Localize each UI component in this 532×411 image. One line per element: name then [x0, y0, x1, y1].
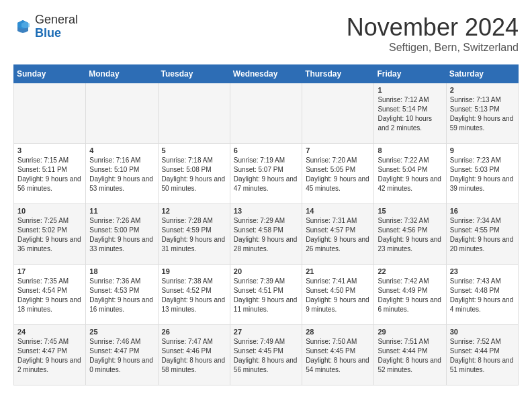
day-number: 8 — [378, 146, 442, 154]
calendar-cell: 4Sunrise: 7:16 AM Sunset: 5:10 PM Daylig… — [86, 144, 158, 204]
day-info: Sunrise: 7:28 AM Sunset: 4:59 PM Dayligh… — [162, 216, 226, 254]
calendar-cell: 7Sunrise: 7:20 AM Sunset: 5:05 PM Daylig… — [302, 144, 374, 204]
logo: General Blue — [13, 13, 78, 40]
calendar-cell: 19Sunrise: 7:38 AM Sunset: 4:52 PM Dayli… — [158, 265, 230, 325]
calendar-cell: 18Sunrise: 7:36 AM Sunset: 4:53 PM Dayli… — [86, 265, 158, 325]
header-thursday: Thursday — [302, 65, 374, 83]
day-info: Sunrise: 7:43 AM Sunset: 4:48 PM Dayligh… — [450, 277, 515, 314]
day-info: Sunrise: 7:51 AM Sunset: 4:44 PM Dayligh… — [378, 337, 442, 375]
calendar-cell: 6Sunrise: 7:19 AM Sunset: 5:07 PM Daylig… — [230, 144, 302, 204]
calendar-header-row: SundayMondayTuesdayWednesdayThursdayFrid… — [14, 65, 519, 83]
day-info: Sunrise: 7:32 AM Sunset: 4:56 PM Dayligh… — [378, 216, 442, 254]
calendar-cell: 13Sunrise: 7:29 AM Sunset: 4:58 PM Dayli… — [230, 204, 302, 265]
day-number: 9 — [450, 146, 515, 154]
calendar-cell: 24Sunrise: 7:45 AM Sunset: 4:47 PM Dayli… — [14, 325, 86, 385]
day-info: Sunrise: 7:42 AM Sunset: 4:49 PM Dayligh… — [378, 277, 442, 314]
calendar-cell: 2Sunrise: 7:13 AM Sunset: 5:13 PM Daylig… — [446, 83, 518, 144]
calendar-cell: 25Sunrise: 7:46 AM Sunset: 4:47 PM Dayli… — [86, 325, 158, 385]
day-info: Sunrise: 7:35 AM Sunset: 4:54 PM Dayligh… — [17, 277, 82, 314]
day-info: Sunrise: 7:16 AM Sunset: 5:10 PM Dayligh… — [89, 156, 154, 193]
day-info: Sunrise: 7:22 AM Sunset: 5:04 PM Dayligh… — [378, 156, 442, 193]
day-info: Sunrise: 7:29 AM Sunset: 4:58 PM Dayligh… — [234, 216, 298, 254]
day-info: Sunrise: 7:31 AM Sunset: 4:57 PM Dayligh… — [306, 216, 370, 254]
day-number: 21 — [306, 267, 370, 275]
header-tuesday: Tuesday — [158, 65, 230, 83]
calendar-cell: 12Sunrise: 7:28 AM Sunset: 4:59 PM Dayli… — [158, 204, 230, 265]
calendar-cell: 26Sunrise: 7:47 AM Sunset: 4:46 PM Dayli… — [158, 325, 230, 385]
day-number: 5 — [162, 146, 226, 154]
calendar-cell: 8Sunrise: 7:22 AM Sunset: 5:04 PM Daylig… — [374, 144, 446, 204]
calendar-cell: 9Sunrise: 7:23 AM Sunset: 5:03 PM Daylig… — [446, 144, 518, 204]
page-header: General Blue November 2024 Seftigen, Ber… — [13, 13, 519, 54]
day-number: 26 — [162, 328, 226, 336]
day-number: 2 — [450, 86, 515, 94]
calendar-cell: 5Sunrise: 7:18 AM Sunset: 5:08 PM Daylig… — [158, 144, 230, 204]
day-number: 29 — [378, 328, 442, 336]
day-info: Sunrise: 7:52 AM Sunset: 4:44 PM Dayligh… — [450, 337, 515, 375]
day-number: 11 — [89, 207, 154, 215]
day-info: Sunrise: 7:41 AM Sunset: 4:50 PM Dayligh… — [306, 277, 370, 314]
calendar-cell: 28Sunrise: 7:50 AM Sunset: 4:45 PM Dayli… — [302, 325, 374, 385]
day-number: 13 — [234, 207, 298, 215]
title-block: November 2024 Seftigen, Bern, Switzerlan… — [347, 13, 519, 54]
header-friday: Friday — [374, 65, 446, 83]
day-info: Sunrise: 7:50 AM Sunset: 4:45 PM Dayligh… — [306, 337, 370, 375]
day-info: Sunrise: 7:39 AM Sunset: 4:51 PM Dayligh… — [234, 277, 298, 314]
day-info: Sunrise: 7:47 AM Sunset: 4:46 PM Dayligh… — [162, 337, 226, 375]
calendar-cell: 20Sunrise: 7:39 AM Sunset: 4:51 PM Dayli… — [230, 265, 302, 325]
day-number: 27 — [234, 328, 298, 336]
calendar-cell: 1Sunrise: 7:12 AM Sunset: 5:14 PM Daylig… — [374, 83, 446, 144]
day-info: Sunrise: 7:34 AM Sunset: 4:55 PM Dayligh… — [450, 216, 515, 254]
day-number: 1 — [378, 86, 442, 94]
subtitle: Seftigen, Bern, Switzerland — [347, 42, 519, 54]
day-info: Sunrise: 7:49 AM Sunset: 4:45 PM Dayligh… — [234, 337, 298, 375]
calendar-cell: 10Sunrise: 7:25 AM Sunset: 5:02 PM Dayli… — [14, 204, 86, 265]
calendar-cell: 27Sunrise: 7:49 AM Sunset: 4:45 PM Dayli… — [230, 325, 302, 385]
calendar-cell — [86, 83, 158, 144]
calendar-cell: 17Sunrise: 7:35 AM Sunset: 4:54 PM Dayli… — [14, 265, 86, 325]
day-info: Sunrise: 7:18 AM Sunset: 5:08 PM Dayligh… — [162, 156, 226, 193]
week-row-3: 10Sunrise: 7:25 AM Sunset: 5:02 PM Dayli… — [14, 204, 519, 265]
day-number: 4 — [89, 146, 154, 154]
day-number: 17 — [17, 267, 82, 275]
day-info: Sunrise: 7:12 AM Sunset: 5:14 PM Dayligh… — [378, 95, 442, 133]
calendar-cell: 29Sunrise: 7:51 AM Sunset: 4:44 PM Dayli… — [374, 325, 446, 385]
day-number: 24 — [17, 328, 82, 336]
logo-blue: Blue — [35, 26, 61, 40]
day-number: 30 — [450, 328, 515, 336]
calendar-cell: 21Sunrise: 7:41 AM Sunset: 4:50 PM Dayli… — [302, 265, 374, 325]
calendar-cell: 16Sunrise: 7:34 AM Sunset: 4:55 PM Dayli… — [446, 204, 518, 265]
day-number: 28 — [306, 328, 370, 336]
calendar-cell: 22Sunrise: 7:42 AM Sunset: 4:49 PM Dayli… — [374, 265, 446, 325]
header-monday: Monday — [86, 65, 158, 83]
calendar-cell — [14, 83, 86, 144]
header-sunday: Sunday — [14, 65, 86, 83]
day-info: Sunrise: 7:46 AM Sunset: 4:47 PM Dayligh… — [89, 337, 154, 375]
day-info: Sunrise: 7:20 AM Sunset: 5:05 PM Dayligh… — [306, 156, 370, 193]
day-number: 20 — [234, 267, 298, 275]
day-number: 10 — [17, 207, 82, 215]
calendar-cell: 30Sunrise: 7:52 AM Sunset: 4:44 PM Dayli… — [446, 325, 518, 385]
day-info: Sunrise: 7:15 AM Sunset: 5:11 PM Dayligh… — [17, 156, 82, 193]
day-number: 3 — [17, 146, 82, 154]
day-info: Sunrise: 7:36 AM Sunset: 4:53 PM Dayligh… — [89, 277, 154, 314]
day-info: Sunrise: 7:26 AM Sunset: 5:00 PM Dayligh… — [89, 216, 154, 254]
day-number: 6 — [234, 146, 298, 154]
day-number: 23 — [450, 267, 515, 275]
calendar-table: SundayMondayTuesdayWednesdayThursdayFrid… — [13, 64, 519, 385]
day-info: Sunrise: 7:45 AM Sunset: 4:47 PM Dayligh… — [17, 337, 82, 375]
week-row-5: 24Sunrise: 7:45 AM Sunset: 4:47 PM Dayli… — [14, 325, 519, 385]
week-row-4: 17Sunrise: 7:35 AM Sunset: 4:54 PM Dayli… — [14, 265, 519, 325]
calendar-cell — [158, 83, 230, 144]
main-title: November 2024 — [347, 13, 519, 42]
calendar-cell: 11Sunrise: 7:26 AM Sunset: 5:00 PM Dayli… — [86, 204, 158, 265]
logo-general: General — [35, 13, 78, 26]
calendar-cell — [302, 83, 374, 144]
calendar-cell: 14Sunrise: 7:31 AM Sunset: 4:57 PM Dayli… — [302, 204, 374, 265]
header-saturday: Saturday — [446, 65, 518, 83]
day-number: 12 — [162, 207, 226, 215]
day-number: 22 — [378, 267, 442, 275]
day-number: 7 — [306, 146, 370, 154]
day-number: 19 — [162, 267, 226, 275]
day-info: Sunrise: 7:13 AM Sunset: 5:13 PM Dayligh… — [450, 95, 515, 133]
